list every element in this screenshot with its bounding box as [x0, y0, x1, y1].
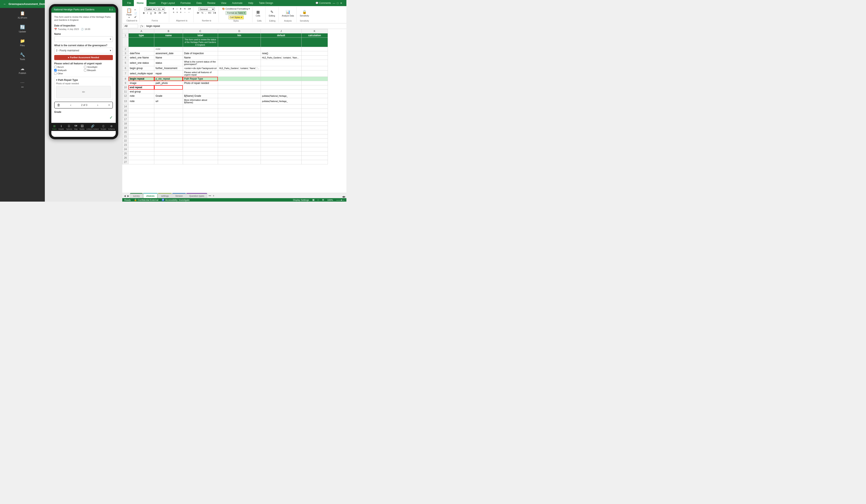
cell-j11[interactable]: [260, 90, 301, 94]
cell-j6[interactable]: [260, 66, 301, 70]
phone-nav-linked[interactable]: 🔗 Linked Content: [86, 124, 99, 130]
confidential-badge[interactable]: 🔒 Confidential External: [134, 198, 158, 201]
copy-button[interactable]: 📄: [133, 12, 138, 15]
italic-button[interactable]: I: [146, 12, 148, 14]
tab-review[interactable]: Review: [204, 0, 218, 6]
cell-d9[interactable]: [218, 81, 260, 85]
underline-button[interactable]: U: [149, 12, 153, 14]
cell-k1[interactable]: calculation: [301, 33, 327, 38]
cell-b1[interactable]: name: [154, 33, 183, 38]
tab-home[interactable]: Home: [134, 0, 146, 6]
cell-a12[interactable]: note: [129, 94, 154, 98]
cell-b10[interactable]: [154, 85, 183, 90]
cell-k5[interactable]: [301, 60, 327, 66]
cell-c12[interactable]: ${Name} Grade: [183, 94, 218, 98]
cell-j4[interactable]: HLE_Parks_Gardens', 'contains', 'Name', …: [260, 56, 301, 60]
cell-c1b[interactable]: This form used to review the status of t…: [183, 38, 218, 47]
cell-b4[interactable]: Name: [154, 56, 183, 60]
cell-c3[interactable]: Date of Inspection: [183, 51, 218, 56]
tab-formulas[interactable]: Formulas: [178, 0, 193, 6]
checkbox-bikepath[interactable]: Bikepath: [84, 69, 113, 71]
font-family-select[interactable]: Calibri: [144, 7, 156, 11]
cell-c5[interactable]: What is the current status of the greens…: [183, 60, 218, 66]
cell-a2[interactable]: [129, 47, 154, 51]
sidebar-item-files[interactable]: 📁 Files: [0, 36, 45, 49]
phone-nav-details[interactable]: ℹ Details: [58, 124, 64, 130]
prev-repeat-button[interactable]: ‹: [70, 103, 71, 107]
cell-c1[interactable]: label: [183, 33, 218, 38]
cell-a10[interactable]: end repeat: [129, 85, 154, 90]
cell-j7[interactable]: [260, 70, 301, 77]
phone-nav-form[interactable]: ⊞ Form: [52, 124, 57, 130]
sheet-scroll-right[interactable]: ▶: [344, 195, 346, 198]
cell-c11[interactable]: [183, 90, 218, 94]
add-repeat-button[interactable]: +: [108, 103, 110, 107]
sheet-nav-right[interactable]: ▶: [126, 194, 130, 198]
page-layout-button[interactable]: □: [318, 199, 319, 201]
tab-file[interactable]: File: [124, 0, 134, 6]
indent-button[interactable]: →: [183, 11, 187, 14]
cell-k12[interactable]: [301, 94, 327, 98]
paste-button[interactable]: 📋 Paste ▾: [125, 8, 133, 19]
cell-c2[interactable]: [183, 47, 218, 51]
cell-k8[interactable]: [301, 77, 327, 81]
greenspace-dropdown[interactable]: 2 - Poorly maintained ▾: [54, 48, 113, 53]
checkbox-other[interactable]: Other: [54, 72, 83, 75]
cell-c8[interactable]: Path Repair Type: [183, 77, 218, 81]
cell-b11[interactable]: [154, 90, 183, 94]
restore-icon[interactable]: □: [337, 2, 338, 5]
name-dropdown[interactable]: ▾: [54, 36, 113, 42]
cell-b6[interactable]: further_Assessment: [154, 66, 183, 70]
align-right-button[interactable]: ≡: [179, 11, 182, 14]
number-format-select[interactable]: General: [199, 7, 215, 11]
cell-c10[interactable]: [183, 85, 218, 90]
repair-photo-area[interactable]: ✏: [56, 86, 111, 98]
col-header-b[interactable]: B: [154, 29, 183, 33]
cell-b7[interactable]: repair: [154, 70, 183, 77]
fill-color-button[interactable]: A▾: [158, 11, 162, 14]
sheet-tab-version[interactable]: Version: [172, 193, 186, 198]
tab-automate[interactable]: Automate: [229, 0, 245, 6]
checkbox-bench[interactable]: Bench: [54, 66, 83, 68]
cell-k10[interactable]: [301, 85, 327, 90]
editing-button[interactable]: ✎ Editing: [268, 9, 276, 17]
cell-k9[interactable]: [301, 81, 327, 85]
sheet-tab-choices[interactable]: choices: [143, 193, 157, 198]
cell-k3[interactable]: [301, 51, 327, 56]
align-center-button[interactable]: ≡: [176, 11, 178, 14]
cell-a4[interactable]: select_one Name: [129, 56, 154, 60]
border-button[interactable]: ⊞: [153, 11, 157, 14]
checkbox-streetlight[interactable]: Streetlight: [84, 66, 113, 68]
comma-button[interactable]: %: [200, 11, 204, 14]
cell-d6[interactable]: HLE_Parks_Gardens', 'contains', 'Name', …: [218, 66, 260, 70]
align-middle-button[interactable]: ↕: [176, 7, 178, 10]
sheet-tab-survey[interactable]: survey: [130, 193, 143, 198]
cell-a8[interactable]: begin repeat: [129, 77, 154, 81]
cell-j12[interactable]: pulldata('National_Heritage_: [260, 94, 301, 98]
cell-styles-button[interactable]: Cell Styles ▾: [229, 15, 244, 19]
page-break-button[interactable]: ⊞: [322, 198, 324, 201]
tab-table-design[interactable]: Table Design: [256, 0, 276, 6]
tab-data[interactable]: Data: [193, 0, 204, 6]
cell-d12[interactable]: [218, 94, 260, 98]
checkmark-icon[interactable]: ✓: [109, 115, 113, 120]
font-color-button[interactable]: A▾: [163, 11, 167, 14]
delete-repeat-button[interactable]: 🗑: [57, 103, 60, 107]
cell-j13[interactable]: pulldata('National_Heritage_: [260, 98, 301, 104]
cell-b3[interactable]: assesment_date: [154, 51, 183, 56]
cell-j1b[interactable]: [260, 38, 301, 47]
cell-d2[interactable]: [218, 47, 260, 51]
cell-a7[interactable]: select_multiple repair: [129, 70, 154, 77]
align-bottom-button[interactable]: ⬇: [179, 7, 182, 10]
cell-b1b[interactable]: [154, 38, 183, 47]
cell-d1[interactable]: hin: [218, 33, 260, 38]
cell-k6[interactable]: [301, 66, 327, 70]
cell-k11[interactable]: [301, 90, 327, 94]
cell-c6[interactable]: <center><div style="background-col: [183, 66, 218, 70]
cell-c9[interactable]: Photo of repair needed: [183, 81, 218, 85]
cell-k13[interactable]: [301, 98, 327, 104]
sheet-nav-left[interactable]: ◀: [123, 194, 126, 198]
phone-nav-options[interactable]: ☰ Options: [66, 124, 72, 130]
cell-b13[interactable]: url: [154, 98, 183, 104]
sheet-tab-settings[interactable]: settings: [158, 193, 172, 198]
